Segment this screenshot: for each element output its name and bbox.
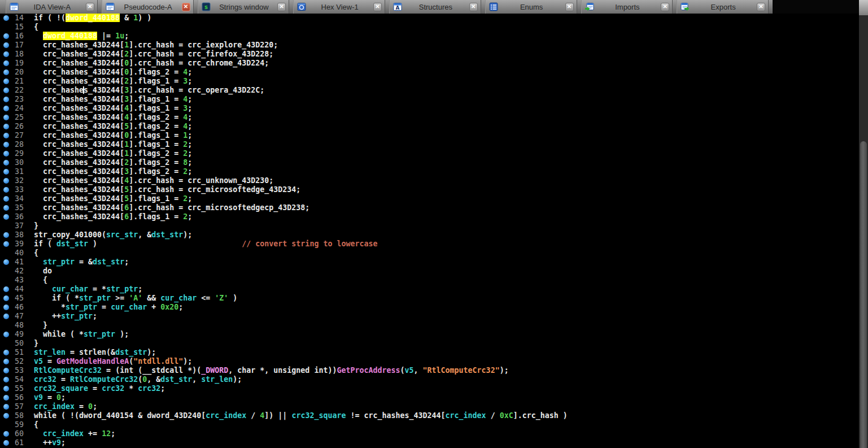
breakpoint-dot[interactable] <box>3 386 9 392</box>
breakpoint-dot[interactable] <box>3 214 9 220</box>
breakpoint-dot[interactable] <box>3 286 9 292</box>
breakpoint-dot[interactable] <box>3 106 9 111</box>
code-line[interactable]: 23 crc_hashes_43D244[3].flags_1 = 4; <box>0 95 859 104</box>
tab-close-button[interactable]: ✕ <box>373 3 382 11</box>
breakpoint-dot[interactable] <box>3 395 9 401</box>
code-line[interactable]: 41 str_ptr = &dst_str; <box>0 258 859 267</box>
tab-structures[interactable]: AStructures✕ <box>389 0 481 14</box>
code-line[interactable]: 42 do <box>0 267 859 276</box>
breakpoint-dot[interactable] <box>3 15 9 21</box>
code-line[interactable]: 34 crc_hashes_43D244[5].flags_1 = 2; <box>0 194 859 203</box>
code-line[interactable]: 50 } <box>0 339 859 348</box>
code-line[interactable]: 22 crc_hashes_43D244[3].crc_hash = crc_o… <box>0 86 859 95</box>
breakpoint-dot[interactable] <box>3 187 9 193</box>
code-line[interactable]: 57 crc_index = 0; <box>0 402 859 411</box>
breakpoint-dot[interactable] <box>3 79 9 84</box>
code-line[interactable]: 58 while ( !(dword_440154 & dword_43D240… <box>0 411 859 420</box>
code-line[interactable]: 30 crc_hashes_43D244[2].flags_2 = 8; <box>0 158 859 167</box>
breakpoint-dot[interactable] <box>3 413 9 419</box>
breakpoint-dot[interactable] <box>3 377 9 382</box>
code-line[interactable]: 14 if ( !(dword_440188 & 1) ) <box>0 14 859 23</box>
code-line[interactable]: 49 while ( *str_ptr ); <box>0 330 859 339</box>
code-line[interactable]: 19 crc_hashes_43D244[0].crc_hash = crc_c… <box>0 59 859 68</box>
code-line[interactable]: 47 ++str_ptr; <box>0 312 859 321</box>
breakpoint-dot[interactable] <box>3 404 9 410</box>
code-line[interactable]: 27 crc_hashes_43D244[0].flags_1 = 1; <box>0 131 859 140</box>
code-line[interactable]: 28 crc_hashes_43D244[1].flags_1 = 2; <box>0 140 859 149</box>
code-line[interactable]: 29 crc_hashes_43D244[1].flags_2 = 2; <box>0 149 859 158</box>
breakpoint-dot[interactable] <box>3 133 9 138</box>
scrollbar-top-button[interactable] <box>859 0 868 15</box>
tab-close-button[interactable]: ✕ <box>661 3 669 11</box>
breakpoint-dot[interactable] <box>3 42 9 48</box>
tab-exports[interactable]: Exports✕ <box>677 0 769 14</box>
breakpoint-dot[interactable] <box>3 232 9 238</box>
breakpoint-dot[interactable] <box>3 97 9 102</box>
breakpoint-dot[interactable] <box>3 241 9 247</box>
breakpoint-dot[interactable] <box>3 51 9 57</box>
breakpoint-dot[interactable] <box>3 60 9 66</box>
tab-imports[interactable]: Imports✕ <box>581 0 673 14</box>
code-line[interactable]: 53 RtlComputeCrc32 = (int (__stdcall *)(… <box>0 366 859 375</box>
code-line[interactable]: 56 v9 = 0; <box>0 393 859 402</box>
code-line[interactable]: 26 crc_hashes_43D244[5].flags_2 = 4; <box>0 122 859 131</box>
breakpoint-dot[interactable] <box>3 151 9 156</box>
code-line[interactable]: 25 crc_hashes_43D244[4].flags_2 = 4; <box>0 113 859 122</box>
tab-enums[interactable]: Enums✕ <box>485 0 577 14</box>
code-line[interactable]: 18 crc_hashes_43D244[2].crc_hash = crc_f… <box>0 50 859 59</box>
code-line[interactable]: 38 str_copy_401000(src_str, &dst_str); <box>0 230 859 240</box>
code-line[interactable]: 17 crc_hashes_43D244[1].crc_hash = crc_i… <box>0 41 859 50</box>
code-line[interactable]: 24 crc_hashes_43D244[4].flags_1 = 3; <box>0 104 859 113</box>
breakpoint-dot[interactable] <box>3 359 9 364</box>
code-line[interactable]: 60 crc_index += 12; <box>0 429 859 438</box>
tab-hex-view-1[interactable]: Hex View-1✕ <box>293 0 385 14</box>
tab-close-button[interactable]: ✕ <box>86 3 94 11</box>
code-line[interactable]: 36 crc_hashes_43D244[6].flags_1 = 2; <box>0 212 859 221</box>
tab-close-button[interactable]: ✕ <box>182 3 190 11</box>
breakpoint-dot[interactable] <box>3 178 9 184</box>
breakpoint-dot[interactable] <box>3 305 9 310</box>
code-line[interactable]: 46 *str_ptr = cur_char + 0x20; <box>0 303 859 312</box>
breakpoint-dot[interactable] <box>3 160 9 166</box>
breakpoint-dot[interactable] <box>3 350 9 355</box>
code-line[interactable]: 45 if ( *str_ptr >= 'A' && cur_char <= '… <box>0 294 859 303</box>
breakpoint-dot[interactable] <box>3 205 9 211</box>
code-line[interactable]: 44 cur_char = *str_ptr; <box>0 285 859 294</box>
code-line[interactable]: 61 ++v9; <box>0 438 859 447</box>
tab-close-button[interactable]: ✕ <box>277 3 286 11</box>
code-line[interactable]: 37 } <box>0 221 859 230</box>
code-line[interactable]: 35 crc_hashes_43D244[6].crc_hash = crc_m… <box>0 203 859 212</box>
code-line[interactable]: 43 { <box>0 276 859 285</box>
tab-close-button[interactable]: ✕ <box>565 3 574 11</box>
code-line[interactable]: 54 crc32 = RtlComputeCrc32(0, &dst_str, … <box>0 375 859 384</box>
tab-ida-view-a[interactable]: IDA View-A✕ <box>6 0 98 14</box>
breakpoint-dot[interactable] <box>3 142 9 147</box>
tab-strings-window[interactable]: sStrings window✕ <box>198 0 290 14</box>
breakpoint-dot[interactable] <box>3 314 9 319</box>
code-line[interactable]: 52 v5 = GetModuleHandleA("ntdll.dll"); <box>0 357 859 366</box>
code-line[interactable]: 32 crc_hashes_43D244[4].crc_hash = crc_u… <box>0 176 859 185</box>
breakpoint-dot[interactable] <box>3 332 9 337</box>
pseudocode-view[interactable]: 14 if ( !(dword_440188 & 1) )15 {16 dwor… <box>0 14 859 448</box>
breakpoint-dot[interactable] <box>3 368 9 373</box>
code-line[interactable]: 31 crc_hashes_43D244[3].flags_2 = 2; <box>0 167 859 176</box>
code-line[interactable]: 21 crc_hashes_43D244[2].flags_1 = 3; <box>0 77 859 86</box>
breakpoint-dot[interactable] <box>3 440 9 446</box>
breakpoint-dot[interactable] <box>3 115 9 120</box>
code-line[interactable]: 15 { <box>0 23 859 32</box>
code-line[interactable]: 40 { <box>0 249 859 258</box>
tab-close-button[interactable]: ✕ <box>757 3 765 11</box>
code-line[interactable]: 20 crc_hashes_43D244[0].flags_2 = 4; <box>0 68 859 77</box>
scrollbar-thumb[interactable] <box>860 141 867 448</box>
scrollbar[interactable] <box>859 0 868 448</box>
breakpoint-dot[interactable] <box>3 169 9 175</box>
code-line[interactable]: 16 dword_440188 |= 1u; <box>0 32 859 41</box>
breakpoint-dot[interactable] <box>3 88 9 93</box>
code-line[interactable]: 59 { <box>0 420 859 429</box>
code-line[interactable]: 51 str_len = strlen(&dst_str); <box>0 348 859 357</box>
breakpoint-dot[interactable] <box>3 69 9 75</box>
tab-pseudocode-a[interactable]: Pseudocode-A✕ <box>102 0 194 14</box>
breakpoint-dot[interactable] <box>3 431 9 437</box>
breakpoint-dot[interactable] <box>3 33 9 39</box>
breakpoint-dot[interactable] <box>3 124 9 129</box>
